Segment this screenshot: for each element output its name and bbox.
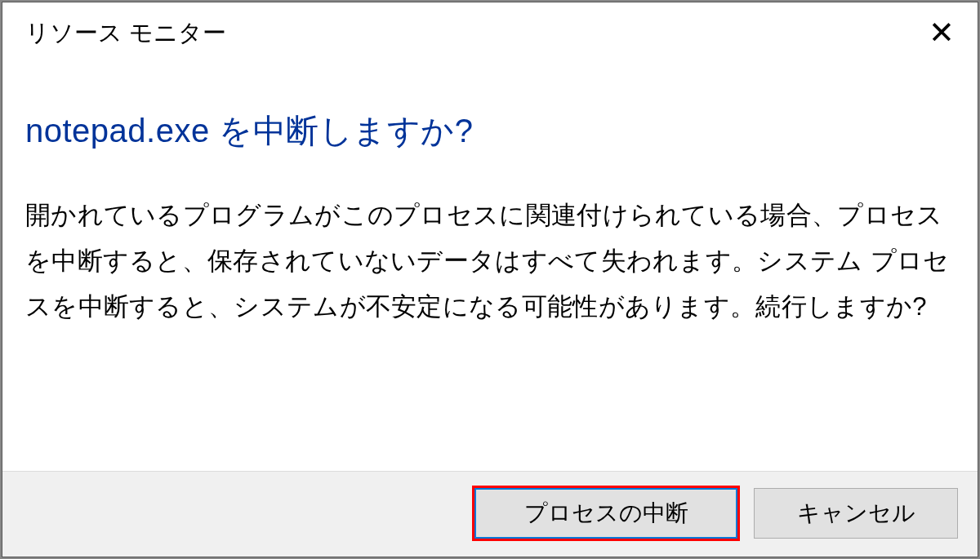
close-icon[interactable]: ✕ — [922, 17, 961, 48]
suspend-process-button[interactable]: プロセスの中断 — [474, 488, 737, 539]
dialog-footer: プロセスの中断 キャンセル — [2, 471, 978, 557]
dialog-body-text: 開かれているプログラムがこのプロセスに関連付けられている場合、プロセスを中断する… — [25, 193, 955, 329]
dialog-content: notepad.exe を中断しますか? 開かれているプログラムがこのプロセスに… — [2, 50, 978, 471]
dialog-heading: notepad.exe を中断しますか? — [25, 109, 955, 153]
cancel-button[interactable]: キャンセル — [754, 488, 958, 539]
confirmation-dialog: リソース モニター ✕ notepad.exe を中断しますか? 開かれているプ… — [2, 2, 978, 557]
titlebar: リソース モニター ✕ — [2, 2, 978, 50]
dialog-title: リソース モニター — [25, 17, 226, 50]
